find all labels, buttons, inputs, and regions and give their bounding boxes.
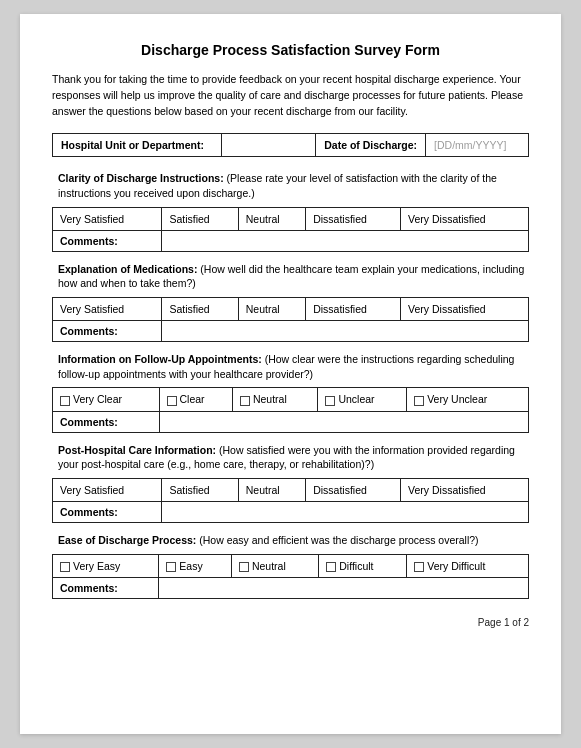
date-label: Date of Discharge:: [316, 134, 426, 157]
date-value[interactable]: [DD/mm/YYYY]: [426, 134, 529, 157]
section-posthospital: Post-Hospital Care Information: (How sat…: [52, 443, 529, 523]
medications-opt-5[interactable]: Very Dissatisfied: [401, 298, 529, 321]
section-followup-bold: Information on Follow-Up Appointments:: [58, 353, 262, 365]
medications-opt-4[interactable]: Dissatisfied: [306, 298, 401, 321]
posthospital-table: Very Satisfied Satisfied Neutral Dissati…: [52, 478, 529, 523]
clarity-opt-3[interactable]: Neutral: [238, 207, 305, 230]
section-clarity: Clarity of Discharge Instructions: (Plea…: [52, 171, 529, 251]
clarity-comments-row: Comments:: [53, 230, 529, 251]
section-medications-bold: Explanation of Medications:: [58, 263, 197, 275]
posthospital-comments-label: Comments:: [53, 501, 162, 522]
header-table: Hospital Unit or Department: Date of Dis…: [52, 133, 529, 157]
followup-checkbox-1[interactable]: [60, 396, 70, 406]
ease-checkbox-1[interactable]: [60, 562, 70, 572]
section-clarity-bold: Clarity of Discharge Instructions:: [58, 172, 224, 184]
section-ease-desc: Ease of Discharge Process: (How easy and…: [52, 533, 529, 548]
followup-opt-2[interactable]: Clear: [159, 388, 232, 411]
medications-table: Very Satisfied Satisfied Neutral Dissati…: [52, 297, 529, 342]
ease-opt-5[interactable]: Very Difficult: [407, 554, 529, 577]
section-medications: Explanation of Medications: (How well di…: [52, 262, 529, 342]
page-title: Discharge Process Satisfaction Survey Fo…: [52, 42, 529, 58]
posthospital-opt-4[interactable]: Dissatisfied: [306, 478, 401, 501]
section-ease: Ease of Discharge Process: (How easy and…: [52, 533, 529, 599]
medications-comments-value[interactable]: [162, 321, 529, 342]
ease-comments-row: Comments:: [53, 577, 529, 598]
posthospital-comments-value[interactable]: [162, 501, 529, 522]
clarity-opt-5[interactable]: Very Dissatisfied: [401, 207, 529, 230]
clarity-options-row: Very Satisfied Satisfied Neutral Dissati…: [53, 207, 529, 230]
ease-checkbox-3[interactable]: [239, 562, 249, 572]
ease-table: Very Easy Easy Neutral Difficult Very Di…: [52, 554, 529, 599]
medications-opt-3[interactable]: Neutral: [238, 298, 305, 321]
section-followup-desc: Information on Follow-Up Appointments: (…: [52, 352, 529, 381]
section-clarity-desc: Clarity of Discharge Instructions: (Plea…: [52, 171, 529, 200]
clarity-opt-1[interactable]: Very Satisfied: [53, 207, 162, 230]
clarity-comments-value[interactable]: [162, 230, 529, 251]
ease-opt-2[interactable]: Easy: [159, 554, 232, 577]
medications-opt-2[interactable]: Satisfied: [162, 298, 238, 321]
posthospital-options-row: Very Satisfied Satisfied Neutral Dissati…: [53, 478, 529, 501]
posthospital-comments-row: Comments:: [53, 501, 529, 522]
followup-checkbox-4[interactable]: [325, 396, 335, 406]
medications-options-row: Very Satisfied Satisfied Neutral Dissati…: [53, 298, 529, 321]
ease-opt-4[interactable]: Difficult: [319, 554, 407, 577]
ease-options-row: Very Easy Easy Neutral Difficult Very Di…: [53, 554, 529, 577]
medications-opt-1[interactable]: Very Satisfied: [53, 298, 162, 321]
ease-checkbox-2[interactable]: [166, 562, 176, 572]
clarity-comments-label: Comments:: [53, 230, 162, 251]
followup-comments-value[interactable]: [159, 411, 529, 432]
section-posthospital-desc: Post-Hospital Care Information: (How sat…: [52, 443, 529, 472]
followup-opt-3[interactable]: Neutral: [232, 388, 318, 411]
posthospital-opt-2[interactable]: Satisfied: [162, 478, 238, 501]
followup-comments-label: Comments:: [53, 411, 160, 432]
intro-text: Thank you for taking the time to provide…: [52, 72, 529, 119]
section-followup: Information on Follow-Up Appointments: (…: [52, 352, 529, 433]
section-ease-rest: (How easy and efficient was the discharg…: [196, 534, 478, 546]
section-medications-desc: Explanation of Medications: (How well di…: [52, 262, 529, 291]
survey-page: Discharge Process Satisfaction Survey Fo…: [20, 14, 561, 734]
medications-comments-row: Comments:: [53, 321, 529, 342]
unit-label: Hospital Unit or Department:: [53, 134, 222, 157]
posthospital-opt-3[interactable]: Neutral: [238, 478, 305, 501]
ease-checkbox-5[interactable]: [414, 562, 424, 572]
page-number: Page 1 of 2: [52, 617, 529, 628]
ease-opt-3[interactable]: Neutral: [231, 554, 318, 577]
followup-opt-1[interactable]: Very Clear: [53, 388, 160, 411]
ease-checkbox-4[interactable]: [326, 562, 336, 572]
posthospital-opt-5[interactable]: Very Dissatisfied: [401, 478, 529, 501]
section-posthospital-bold: Post-Hospital Care Information:: [58, 444, 216, 456]
clarity-opt-4[interactable]: Dissatisfied: [306, 207, 401, 230]
followup-opt-4[interactable]: Unclear: [318, 388, 407, 411]
ease-comments-label: Comments:: [53, 577, 159, 598]
clarity-opt-2[interactable]: Satisfied: [162, 207, 238, 230]
ease-opt-1[interactable]: Very Easy: [53, 554, 159, 577]
followup-table: Very Clear Clear Neutral Unclear Very Un…: [52, 387, 529, 432]
ease-comments-value[interactable]: [159, 577, 529, 598]
followup-comments-row: Comments:: [53, 411, 529, 432]
followup-checkbox-5[interactable]: [414, 396, 424, 406]
followup-checkbox-3[interactable]: [240, 396, 250, 406]
followup-checkbox-2[interactable]: [167, 396, 177, 406]
medications-comments-label: Comments:: [53, 321, 162, 342]
posthospital-opt-1[interactable]: Very Satisfied: [53, 478, 162, 501]
section-ease-bold: Ease of Discharge Process:: [58, 534, 196, 546]
followup-options-row: Very Clear Clear Neutral Unclear Very Un…: [53, 388, 529, 411]
clarity-table: Very Satisfied Satisfied Neutral Dissati…: [52, 207, 529, 252]
unit-value[interactable]: [221, 134, 315, 157]
followup-opt-5[interactable]: Very Unclear: [407, 388, 529, 411]
